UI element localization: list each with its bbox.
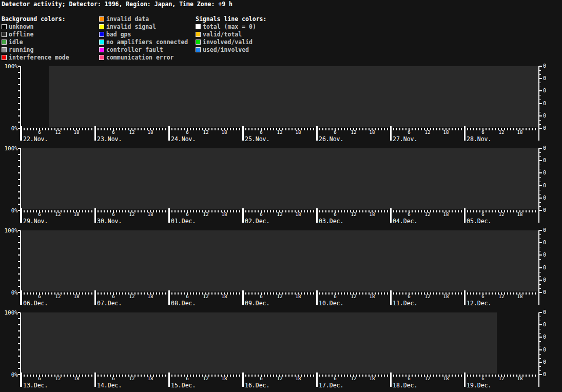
hour-label: 12 [421, 294, 434, 299]
y-axis-right-tick-minor [539, 182, 541, 182]
y-axis-right-tick-minor [539, 156, 541, 157]
hour-label: 12 [274, 376, 286, 381]
hour-tick [101, 128, 102, 130]
hour-tick [245, 375, 246, 377]
hour-tick [470, 210, 471, 212]
day-boundary-tick [242, 208, 244, 223]
hour-tick [251, 128, 253, 130]
hour-tick [24, 210, 25, 212]
hour-tick [122, 292, 123, 295]
y-axis-left-tick [18, 318, 20, 319]
day-boundary-tick [168, 290, 170, 305]
hour-tick [492, 128, 493, 130]
hour-label: 12 [495, 212, 508, 217]
legend-item-label: no amplifiers connected [106, 38, 188, 46]
y-axis-right-tick-minor [539, 346, 541, 346]
legend-item-invalid-data: invalid data [99, 15, 188, 23]
hour-label: 6 [181, 376, 193, 381]
hour-label: 12 [421, 376, 434, 381]
hour-tick [67, 375, 68, 377]
right-axis-zero-label: 0 [543, 371, 549, 377]
y-axis-right-tick-major [539, 185, 542, 186]
date-label: 17.Dec. [319, 382, 343, 389]
right-axis-zero-label: 0 [543, 207, 549, 213]
y-axis-right-tick-minor [539, 239, 541, 239]
hour-label: 18 [440, 130, 452, 135]
idle-swatch-icon [2, 40, 7, 45]
legend-item-label: total (max = 0) [203, 23, 256, 30]
right-axis-zero-label: 0 [543, 359, 549, 365]
hour-tick [362, 128, 363, 130]
y-axis-right-tick-minor [539, 272, 541, 272]
y-axis-right-tick-minor [539, 194, 541, 194]
hour-tick [98, 128, 99, 130]
y-axis-right-tick-minor [539, 358, 541, 359]
hour-tick [165, 292, 166, 295]
hour-tick [101, 292, 102, 295]
legend-item-label: running [9, 46, 33, 53]
right-axis-zero-label: 0 [543, 322, 549, 327]
hour-tick [396, 375, 397, 377]
hour-label: 18 [514, 212, 526, 217]
legend-heading-background: Background colors: [2, 15, 69, 23]
hour-tick [91, 210, 92, 212]
y-axis-left-tick [18, 128, 20, 129]
hour-tick [245, 292, 246, 295]
hour-tick [159, 375, 160, 377]
hour-tick [418, 292, 419, 295]
hour-tick [91, 292, 92, 295]
hour-tick [178, 375, 179, 377]
hour-tick [30, 292, 31, 295]
y-axis-right-tick-minor [539, 112, 541, 112]
hour-tick [467, 210, 468, 212]
y-axis-left-tick [18, 330, 20, 331]
y-axis-right-tick-major [539, 90, 542, 91]
hour-tick [248, 128, 249, 130]
hour-tick [91, 375, 92, 377]
hour-tick [344, 210, 345, 212]
date-label: 06.Dec. [23, 300, 48, 307]
hour-tick [239, 375, 240, 377]
legend-item-label: communication error [106, 54, 174, 61]
date-label: 26.Nov. [319, 135, 343, 143]
y-axis-left-tick [18, 115, 20, 116]
day-boundary-tick [168, 126, 170, 141]
hour-tick [104, 210, 105, 212]
date-label: 24.Nov. [171, 135, 196, 143]
hour-label: 6 [255, 212, 267, 217]
hour-tick [27, 128, 28, 130]
hour-tick [313, 292, 314, 295]
hour-tick [98, 210, 99, 212]
background-segment-offline [21, 230, 538, 291]
hour-label: 18 [366, 294, 378, 299]
hour-label: 18 [292, 376, 304, 381]
y-axis-bottom-label: 0% [0, 289, 18, 296]
right-axis-zero-label: 0 [543, 265, 549, 270]
day-boundary-tick [390, 290, 392, 305]
y-axis-right-tick-minor [539, 108, 541, 108]
y-axis-left-tick [18, 368, 20, 369]
hour-tick [458, 128, 459, 130]
y-axis-right-tick-minor [539, 370, 541, 371]
hour-label: 12 [52, 294, 64, 299]
hour-tick [239, 292, 240, 295]
hour-tick [384, 375, 385, 377]
hour-tick [236, 210, 237, 212]
hour-tick [101, 210, 102, 212]
hour-tick [393, 292, 394, 295]
hour-label: 6 [107, 130, 120, 135]
legend-heading-signals: Signals line colors: [196, 15, 266, 23]
hour-tick [310, 128, 311, 130]
y-axis-right-tick-minor [539, 259, 541, 260]
hour-tick [310, 292, 311, 295]
hour-tick [399, 292, 400, 295]
hour-tick [251, 210, 253, 212]
right-axis-zero-label: 0 [543, 88, 549, 93]
right-axis-zero-label: 0 [543, 125, 549, 131]
y-axis-left-tick [18, 160, 20, 161]
hour-label: 6 [329, 294, 341, 299]
y-axis-left-tick [18, 362, 20, 363]
y-axis-left-tick [18, 172, 20, 173]
hour-tick [492, 292, 493, 295]
hour-tick [270, 292, 271, 295]
